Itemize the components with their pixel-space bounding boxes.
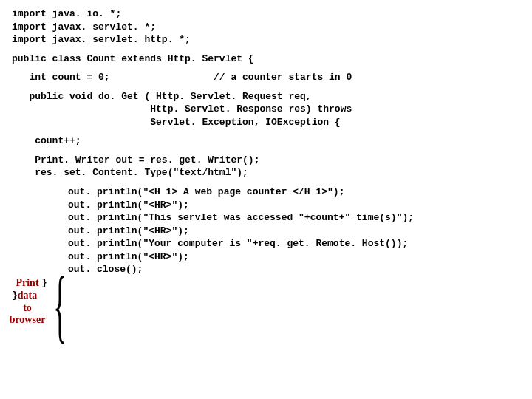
count-increment: count++; xyxy=(12,134,520,148)
println-block: out. println("<H 1> A web page counter <… xyxy=(68,185,520,276)
import-line: import javax. servlet. http. *; xyxy=(12,33,520,47)
annotation-text: browser xyxy=(3,314,52,327)
doget-signature: Http. Servlet. Response res) throws xyxy=(12,103,520,116)
doget-signature: public void do. Get ( Http. Servlet. Req… xyxy=(12,90,520,103)
code-block: import java. io. *; import javax. servle… xyxy=(12,7,520,302)
annotation-text: to xyxy=(3,302,52,315)
content-type: res. set. Content. Type("text/html"); xyxy=(12,166,520,180)
println-line: out. println("<H 1> A web page counter <… xyxy=(68,185,520,199)
curly-brace-icon: { xyxy=(53,265,66,346)
println-line: out. println("<HR>"); xyxy=(68,225,520,238)
annotation-label: Print data to browser xyxy=(3,277,52,327)
counter-declaration: int count = 0; // a counter starts in 0 xyxy=(12,71,520,84)
close-call: out. close(); xyxy=(68,263,520,276)
writer-decl: Print. Writer out = res. get. Writer(); xyxy=(12,154,520,167)
close-brace: } xyxy=(41,276,520,290)
println-line: out. println("Your computer is "+req. ge… xyxy=(68,237,520,250)
annotation-text: Print xyxy=(3,277,52,290)
println-line: out. println("This servlet was accessed … xyxy=(68,211,520,225)
println-line: out. println("<HR>"); xyxy=(68,250,520,264)
doget-signature: Servlet. Exception, IOException { xyxy=(12,116,520,129)
annotation-text: data xyxy=(3,290,52,302)
import-line: import javax. servlet. *; xyxy=(12,21,520,34)
class-declaration: public class Count extends Http. Servlet… xyxy=(12,52,520,66)
println-line: out. println("<HR>"); xyxy=(68,199,520,212)
close-brace: } xyxy=(12,289,520,302)
import-line: import java. io. *; xyxy=(12,7,520,21)
